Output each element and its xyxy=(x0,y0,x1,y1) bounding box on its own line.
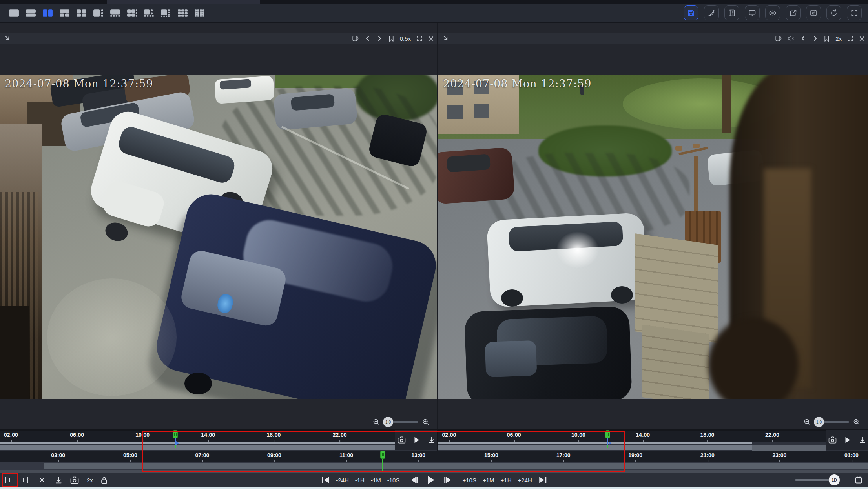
seek-fwd-24h[interactable]: +24H xyxy=(518,477,532,484)
layout-1-plus-5-icon[interactable] xyxy=(143,8,155,18)
snapshot-icon[interactable] xyxy=(828,436,837,444)
seek-back-10s[interactable]: -10S xyxy=(387,477,400,484)
pane-fullscreen-icon[interactable] xyxy=(416,35,423,42)
pane-stream-icon[interactable] xyxy=(775,35,782,42)
pane-2-timeline-ruler[interactable]: 02:00 06:00 10:00 14:00 18:00 22:00 xyxy=(438,431,868,442)
eye-icon[interactable] xyxy=(765,5,780,20)
pane-stream-icon[interactable] xyxy=(352,35,359,42)
export-icon[interactable] xyxy=(786,5,801,20)
seek-back-1m[interactable]: -1M xyxy=(371,477,381,484)
download-icon[interactable] xyxy=(428,436,435,444)
toolbar-actions xyxy=(684,5,862,20)
download-icon[interactable] xyxy=(55,476,62,484)
pane-2-playhead-marker xyxy=(609,441,611,445)
pane-speed-label[interactable]: 0.5x xyxy=(400,35,411,42)
seek-back-1h[interactable]: -1H xyxy=(355,477,365,484)
snapshot-icon[interactable] xyxy=(70,476,79,484)
master-playhead[interactable] xyxy=(380,451,385,459)
camera-1-video[interactable]: 2024-07-08 Mon 12:37:59 xyxy=(0,75,437,399)
pane-close-icon[interactable] xyxy=(859,36,865,42)
seek-fwd-1h[interactable]: +1H xyxy=(501,477,512,484)
zoom-slider[interactable]: 1.0 xyxy=(384,421,418,423)
drag-handle-icon[interactable] xyxy=(442,35,449,43)
master-timeline-track[interactable] xyxy=(0,462,868,473)
monitor-icon[interactable] xyxy=(745,5,760,20)
layout-1-plus-4-icon[interactable] xyxy=(109,8,121,18)
scene-balcony xyxy=(0,306,29,399)
scene-white-suv-wheel-1 xyxy=(103,220,130,244)
zoom-slider-thumb[interactable]: 1.0 xyxy=(814,417,824,427)
seek-fwd-1m[interactable]: +1M xyxy=(483,477,494,484)
play-icon[interactable] xyxy=(844,436,851,444)
download-icon[interactable] xyxy=(859,436,866,444)
drag-handle-icon[interactable] xyxy=(4,35,11,43)
video-pane-2[interactable]: 2x xyxy=(438,23,868,429)
skip-to-start-icon[interactable] xyxy=(321,476,330,484)
pip-icon[interactable] xyxy=(806,5,821,20)
pane-close-icon[interactable] xyxy=(428,36,434,42)
timeline-zoom-in-icon[interactable] xyxy=(843,477,849,483)
play-button[interactable] xyxy=(427,476,435,484)
lock-icon[interactable] xyxy=(101,476,108,484)
layout-1x1-icon[interactable] xyxy=(8,8,20,18)
log-panel-icon[interactable] xyxy=(724,5,739,20)
fullscreen-icon[interactable] xyxy=(847,5,862,20)
zoom-slider[interactable]: 1.0 xyxy=(815,421,849,423)
next-icon[interactable] xyxy=(812,35,818,42)
pane-speed-label[interactable]: 2x xyxy=(835,35,842,42)
snapshot-icon[interactable] xyxy=(398,436,406,444)
pane-1-timeline-actions xyxy=(395,430,437,450)
master-timeline-ruler[interactable]: 03:00 05:00 07:00 09:00 11:00 13:00 15:0… xyxy=(0,451,868,462)
timeline-range-thumb[interactable]: 1D xyxy=(829,474,840,485)
seek-back-24h[interactable]: -24H xyxy=(336,477,349,484)
mark-in-icon[interactable] xyxy=(4,476,13,484)
seek-fwd-10s[interactable]: +10S xyxy=(462,477,476,484)
mark-out-icon[interactable] xyxy=(20,476,29,484)
clear-marks-icon[interactable] xyxy=(37,476,47,484)
pane-1-timeline-track[interactable] xyxy=(0,442,437,451)
next-icon[interactable] xyxy=(376,35,383,42)
osd-timestamp: 2024-07-08 Mon 12:37:59 xyxy=(443,78,591,90)
layout-2-columns-icon[interactable] xyxy=(42,8,53,18)
pane-1-playhead[interactable] xyxy=(173,430,178,438)
layout-2x2-plus-3-icon[interactable] xyxy=(126,8,138,18)
pane-fullscreen-icon[interactable] xyxy=(847,35,853,42)
pane-1-timeline-ruler[interactable]: 02:00 06:00 10:00 14:00 18:00 22:00 xyxy=(0,431,437,442)
layout-1-plus-2-icon[interactable] xyxy=(58,8,70,18)
active-tab[interactable] xyxy=(107,0,260,4)
layout-1-plus-7-icon[interactable] xyxy=(160,8,171,18)
zoom-out-icon[interactable] xyxy=(804,418,811,425)
mute-icon[interactable] xyxy=(788,35,795,42)
camera-2-video[interactable]: 2024-07-08 Mon 12:37:59 xyxy=(438,75,868,399)
refresh-icon[interactable] xyxy=(826,5,841,20)
bookmark-icon[interactable] xyxy=(824,35,830,42)
bookmark-icon[interactable] xyxy=(388,35,394,42)
playback-window: 0.5x xyxy=(0,0,868,489)
layout-3x3-icon[interactable] xyxy=(177,8,188,18)
layout-1-plus-3-icon[interactable] xyxy=(92,8,104,18)
zoom-slider-thumb[interactable]: 1.0 xyxy=(383,417,393,427)
time-tick-label: 14:00 xyxy=(201,432,215,438)
scene-sun-patch xyxy=(47,278,177,396)
calendar-icon[interactable] xyxy=(855,476,863,484)
timeline-zoom-out-icon[interactable] xyxy=(783,477,790,483)
step-back-icon[interactable] xyxy=(410,476,418,484)
step-forward-icon[interactable] xyxy=(443,476,452,484)
zoom-in-icon[interactable] xyxy=(853,418,860,425)
global-speed-label[interactable]: 2x xyxy=(87,477,93,484)
play-icon[interactable] xyxy=(414,436,420,444)
skip-to-end-icon[interactable] xyxy=(538,476,547,484)
prev-icon[interactable] xyxy=(365,35,371,42)
zoom-in-icon[interactable] xyxy=(422,418,429,425)
timeline-range-slider[interactable]: 1D xyxy=(795,479,834,481)
zoom-out-icon[interactable] xyxy=(373,418,380,425)
video-pane-1[interactable]: 0.5x xyxy=(0,23,437,429)
save-button[interactable] xyxy=(684,5,698,20)
prev-icon[interactable] xyxy=(800,35,806,42)
pane-2-playhead[interactable] xyxy=(605,430,610,438)
layout-2-rows-icon[interactable] xyxy=(25,8,36,18)
brush-icon[interactable] xyxy=(704,5,719,20)
layout-4x4-icon[interactable] xyxy=(193,8,205,18)
pane-2-timeline-track[interactable] xyxy=(438,442,868,451)
layout-2x2-icon[interactable] xyxy=(75,8,87,18)
